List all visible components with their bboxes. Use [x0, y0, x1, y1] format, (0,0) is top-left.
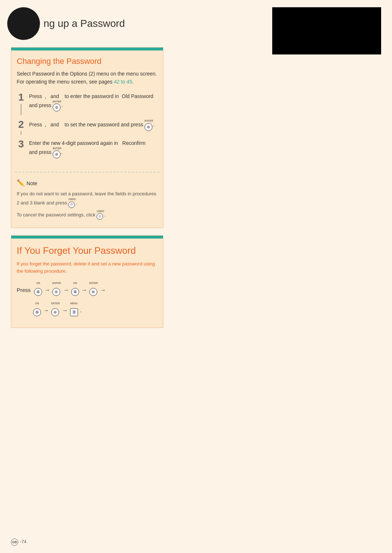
- note-text1: If you do not want to set a password, le…: [17, 190, 158, 208]
- page-link[interactable]: 42 to 45: [114, 79, 132, 85]
- step-3-enter-label: ENTER: [53, 147, 61, 150]
- step-2-enter-btn-wrap: ENTER ⊙: [144, 119, 153, 131]
- on-icon-1: ①: [34, 288, 42, 296]
- step-1: 1 Press , and to enter the password in O…: [17, 92, 158, 115]
- note-icon: ✏️: [17, 178, 25, 188]
- arrow-6: →: [62, 303, 68, 318]
- enter-label-1: ENTER: [52, 282, 61, 284]
- section-header-bar: [11, 48, 163, 50]
- step-2: 2 Press , and to set the new password an…: [17, 119, 158, 134]
- enter-btn-1: ENTER ⊙: [52, 282, 61, 298]
- step-2-number: 2: [17, 119, 25, 130]
- page-title: ng up a Password: [44, 18, 125, 29]
- steps-container: 1 Press , and to enter the password in O…: [11, 92, 163, 168]
- note-label: Note: [26, 179, 37, 187]
- step-2-line: [21, 131, 21, 134]
- header-image: [272, 7, 381, 54]
- period: .: [80, 303, 82, 318]
- arrow-4: →: [100, 283, 106, 297]
- note-cancel-label: UNDO: [97, 210, 104, 212]
- arrow-5: →: [43, 303, 49, 318]
- forget-password-subtitle: If you forget the password, delete it an…: [11, 260, 163, 278]
- press-sequence-1: Press ON ① → ENTER ⊙ → ON ① →: [11, 278, 163, 302]
- step-2-number-col: 2: [17, 119, 25, 134]
- on-btn-3: ON ①: [33, 302, 41, 319]
- arrow-2: →: [63, 283, 69, 297]
- right-column: [174, 47, 381, 335]
- forget-password-section: If You Forget Your Password If you forge…: [11, 235, 163, 328]
- forget-section-header-bar: [11, 236, 163, 239]
- intro-text2: For operating the menu screen, see pages…: [17, 78, 158, 86]
- step-2-enter-icon: ⊙: [144, 123, 152, 131]
- menu-icon: ☰: [70, 308, 78, 316]
- step-3-number: 3: [17, 139, 25, 149]
- on-btn-1: ON ①: [34, 282, 42, 298]
- note-undo-btn-wrap: UNDO ⊙: [68, 198, 76, 208]
- dashed-divider: [15, 172, 159, 172]
- on-icon-3: ①: [33, 308, 41, 316]
- changing-password-title: Changing the Password: [11, 55, 163, 70]
- note-undo-icon: ⊙: [68, 202, 75, 208]
- step-2-content: Press , and to set the new password and …: [29, 119, 158, 134]
- step-3: 3 Enter the new 4-digit password again i…: [17, 139, 158, 162]
- gb-badge: GB: [11, 538, 18, 546]
- main-content: Changing the Password Select Password in…: [0, 44, 392, 346]
- note-undo-label: UNDO: [68, 198, 76, 200]
- on-btn-2: ON ①: [71, 282, 79, 298]
- note-text2: To cancel the password settings, click U…: [17, 210, 158, 220]
- on-icon-2: ①: [71, 288, 79, 296]
- step-1-enter-icon: ⊙: [53, 103, 61, 111]
- left-column: Changing the Password Select Password in…: [11, 47, 163, 335]
- note-cancel-icon: ⊙: [97, 213, 103, 220]
- step-3-number-col: 3: [17, 139, 25, 162]
- menu-label: MENU: [70, 302, 78, 305]
- step-1-enter-btn-wrap: ENTER ⊙: [53, 100, 61, 111]
- enter-btn-2: ENTER ⊙: [89, 282, 98, 298]
- intro-text1: Select Password in the Options (2) menu …: [17, 70, 158, 78]
- step-1-enter-label: ENTER: [53, 100, 61, 103]
- dashed-divider-container: [11, 172, 163, 172]
- step-2-enter-label: ENTER: [144, 119, 153, 122]
- page-header: ng up a Password: [0, 0, 392, 44]
- step-1-number: 1: [17, 92, 25, 102]
- step-1-line: [21, 104, 21, 115]
- step-3-enter-btn-wrap: ENTER ⊙: [53, 147, 61, 158]
- enter-icon-3: ⊙: [51, 308, 59, 316]
- step-1-number-col: 1: [17, 92, 25, 115]
- press-sequence-2: ON ① → ENTER ⊙ → MENU ☰ .: [11, 302, 163, 322]
- enter-label-3: ENTER: [51, 302, 60, 305]
- enter-btn-3: ENTER ⊙: [51, 302, 60, 319]
- changing-password-section: Changing the Password Select Password in…: [11, 47, 163, 228]
- forget-password-title: If You Forget Your Password: [11, 243, 163, 261]
- arrow-3: →: [81, 283, 87, 297]
- step-1-content: Press , and to enter the password in Old…: [29, 92, 158, 115]
- note-cancel-btn-wrap: UNDO ⊙: [97, 210, 104, 220]
- on-label-1: ON: [34, 282, 42, 284]
- page-footer: GB -74: [11, 538, 26, 546]
- note-header: ✏️ Note: [17, 178, 158, 188]
- enter-icon-1: ⊙: [52, 288, 60, 296]
- enter-icon-2: ⊙: [89, 288, 97, 296]
- note-section: ✏️ Note If you do not want to set a pass…: [11, 176, 163, 222]
- enter-label-2: ENTER: [89, 282, 98, 284]
- press-label: Press: [17, 283, 30, 297]
- on-label-2: ON: [71, 282, 79, 284]
- step-3-content: Enter the new 4-digit password again in …: [29, 139, 158, 162]
- menu-btn: MENU ☰: [70, 302, 78, 319]
- step-3-enter-icon: ⊙: [53, 150, 61, 158]
- arrow-1: →: [44, 283, 50, 297]
- on-label-3: ON: [33, 302, 41, 305]
- circle-decoration: [7, 7, 40, 40]
- changing-password-intro: Select Password in the Options (2) menu …: [11, 70, 163, 88]
- page-number: -74: [20, 539, 26, 544]
